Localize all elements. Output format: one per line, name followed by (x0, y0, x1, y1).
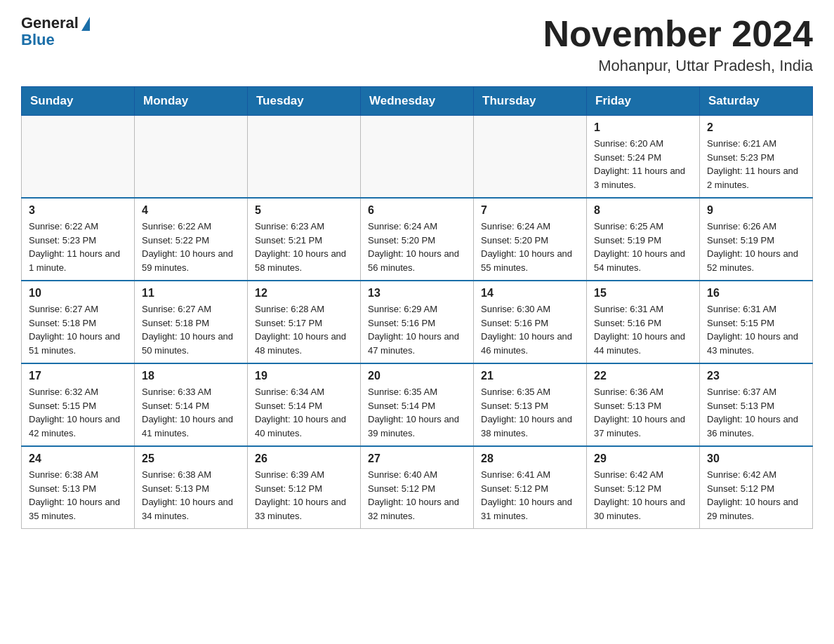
day-info-18: Sunrise: 6:33 AMSunset: 5:14 PMDaylight:… (142, 385, 240, 440)
calendar-cell-w5-d4: 27Sunrise: 6:40 AMSunset: 5:12 PMDayligh… (361, 446, 474, 529)
day-number-28: 28 (481, 452, 579, 465)
day-number-27: 27 (368, 452, 466, 465)
calendar-cell-w4-d4: 20Sunrise: 6:35 AMSunset: 5:14 PMDayligh… (361, 363, 474, 446)
calendar-cell-w2-d7: 9Sunrise: 6:26 AMSunset: 5:19 PMDaylight… (700, 198, 813, 281)
day-number-3: 3 (29, 204, 127, 217)
calendar-cell-w1-d2 (135, 116, 248, 199)
calendar-cell-w1-d4 (361, 116, 474, 199)
calendar-cell-w3-d5: 14Sunrise: 6:30 AMSunset: 5:16 PMDayligh… (474, 281, 587, 363)
day-info-7: Sunrise: 6:24 AMSunset: 5:20 PMDaylight:… (481, 220, 579, 274)
day-number-15: 15 (594, 287, 692, 300)
col-monday: Monday (135, 87, 248, 116)
day-info-24: Sunrise: 6:38 AMSunset: 5:13 PMDaylight:… (29, 468, 127, 523)
day-info-9: Sunrise: 6:26 AMSunset: 5:19 PMDaylight:… (707, 220, 805, 274)
day-number-10: 10 (29, 287, 127, 300)
day-number-29: 29 (594, 452, 692, 465)
location-subtitle: Mohanpur, Uttar Pradesh, India (543, 57, 813, 75)
day-number-18: 18 (142, 370, 240, 382)
day-info-5: Sunrise: 6:23 AMSunset: 5:21 PMDaylight:… (255, 220, 353, 274)
day-info-2: Sunrise: 6:21 AMSunset: 5:23 PMDaylight:… (707, 137, 805, 192)
logo-blue-text: Blue (21, 32, 55, 48)
calendar-week-2: 3Sunrise: 6:22 AMSunset: 5:23 PMDaylight… (22, 198, 813, 281)
day-info-4: Sunrise: 6:22 AMSunset: 5:22 PMDaylight:… (142, 220, 240, 274)
calendar-cell-w3-d3: 12Sunrise: 6:28 AMSunset: 5:17 PMDayligh… (248, 281, 361, 363)
col-saturday: Saturday (700, 87, 813, 116)
calendar-cell-w3-d4: 13Sunrise: 6:29 AMSunset: 5:16 PMDayligh… (361, 281, 474, 363)
day-number-23: 23 (707, 370, 805, 382)
day-number-22: 22 (594, 370, 692, 382)
day-info-1: Sunrise: 6:20 AMSunset: 5:24 PMDaylight:… (594, 137, 692, 192)
calendar-cell-w1-d1 (22, 116, 135, 199)
calendar-cell-w5-d2: 25Sunrise: 6:38 AMSunset: 5:13 PMDayligh… (135, 446, 248, 529)
calendar-cell-w2-d1: 3Sunrise: 6:22 AMSunset: 5:23 PMDaylight… (22, 198, 135, 281)
day-info-22: Sunrise: 6:36 AMSunset: 5:13 PMDaylight:… (594, 385, 692, 440)
day-info-11: Sunrise: 6:27 AMSunset: 5:18 PMDaylight:… (142, 302, 240, 357)
day-info-30: Sunrise: 6:42 AMSunset: 5:12 PMDaylight:… (707, 468, 805, 523)
day-number-1: 1 (594, 121, 692, 134)
calendar-cell-w2-d3: 5Sunrise: 6:23 AMSunset: 5:21 PMDaylight… (248, 198, 361, 281)
day-info-10: Sunrise: 6:27 AMSunset: 5:18 PMDaylight:… (29, 302, 127, 357)
day-number-30: 30 (707, 452, 805, 465)
day-number-11: 11 (142, 287, 240, 300)
col-sunday: Sunday (22, 87, 135, 116)
calendar-cell-w3-d1: 10Sunrise: 6:27 AMSunset: 5:18 PMDayligh… (22, 281, 135, 363)
day-number-6: 6 (368, 204, 466, 217)
col-tuesday: Tuesday (248, 87, 361, 116)
day-info-6: Sunrise: 6:24 AMSunset: 5:20 PMDaylight:… (368, 220, 466, 274)
calendar-week-3: 10Sunrise: 6:27 AMSunset: 5:18 PMDayligh… (22, 281, 813, 363)
day-number-2: 2 (707, 121, 805, 134)
calendar-cell-w3-d6: 15Sunrise: 6:31 AMSunset: 5:16 PMDayligh… (587, 281, 700, 363)
calendar-cell-w5-d1: 24Sunrise: 6:38 AMSunset: 5:13 PMDayligh… (22, 446, 135, 529)
day-info-12: Sunrise: 6:28 AMSunset: 5:17 PMDaylight:… (255, 302, 353, 357)
calendar-cell-w3-d2: 11Sunrise: 6:27 AMSunset: 5:18 PMDayligh… (135, 281, 248, 363)
calendar-header-row: Sunday Monday Tuesday Wednesday Thursday… (22, 87, 813, 116)
calendar-cell-w2-d6: 8Sunrise: 6:25 AMSunset: 5:19 PMDaylight… (587, 198, 700, 281)
calendar-cell-w1-d7: 2Sunrise: 6:21 AMSunset: 5:23 PMDaylight… (700, 116, 813, 199)
calendar-cell-w2-d2: 4Sunrise: 6:22 AMSunset: 5:22 PMDaylight… (135, 198, 248, 281)
calendar-week-5: 24Sunrise: 6:38 AMSunset: 5:13 PMDayligh… (22, 446, 813, 529)
col-friday: Friday (587, 87, 700, 116)
calendar-cell-w5-d5: 28Sunrise: 6:41 AMSunset: 5:12 PMDayligh… (474, 446, 587, 529)
calendar-cell-w5-d7: 30Sunrise: 6:42 AMSunset: 5:12 PMDayligh… (700, 446, 813, 529)
day-info-26: Sunrise: 6:39 AMSunset: 5:12 PMDaylight:… (255, 468, 353, 523)
day-info-17: Sunrise: 6:32 AMSunset: 5:15 PMDaylight:… (29, 385, 127, 440)
day-number-24: 24 (29, 452, 127, 465)
title-block: November 2024 Mohanpur, Uttar Pradesh, I… (543, 14, 813, 75)
day-number-19: 19 (255, 370, 353, 382)
day-info-21: Sunrise: 6:35 AMSunset: 5:13 PMDaylight:… (481, 385, 579, 440)
day-number-12: 12 (255, 287, 353, 300)
calendar-week-4: 17Sunrise: 6:32 AMSunset: 5:15 PMDayligh… (22, 363, 813, 446)
day-number-7: 7 (481, 204, 579, 217)
day-info-15: Sunrise: 6:31 AMSunset: 5:16 PMDaylight:… (594, 302, 692, 357)
col-thursday: Thursday (474, 87, 587, 116)
day-number-26: 26 (255, 452, 353, 465)
day-info-28: Sunrise: 6:41 AMSunset: 5:12 PMDaylight:… (481, 468, 579, 523)
day-number-17: 17 (29, 370, 127, 382)
calendar-cell-w4-d1: 17Sunrise: 6:32 AMSunset: 5:15 PMDayligh… (22, 363, 135, 446)
logo-triangle-icon (81, 17, 90, 31)
calendar-cell-w1-d5 (474, 116, 587, 199)
day-number-14: 14 (481, 287, 579, 300)
calendar-cell-w4-d2: 18Sunrise: 6:33 AMSunset: 5:14 PMDayligh… (135, 363, 248, 446)
day-number-9: 9 (707, 204, 805, 217)
calendar-cell-w1-d6: 1Sunrise: 6:20 AMSunset: 5:24 PMDaylight… (587, 116, 700, 199)
day-info-27: Sunrise: 6:40 AMSunset: 5:12 PMDaylight:… (368, 468, 466, 523)
day-number-16: 16 (707, 287, 805, 300)
logo-general-text: General (21, 14, 79, 32)
day-info-13: Sunrise: 6:29 AMSunset: 5:16 PMDaylight:… (368, 302, 466, 357)
day-info-25: Sunrise: 6:38 AMSunset: 5:13 PMDaylight:… (142, 468, 240, 523)
day-number-21: 21 (481, 370, 579, 382)
calendar-cell-w2-d5: 7Sunrise: 6:24 AMSunset: 5:20 PMDaylight… (474, 198, 587, 281)
day-number-25: 25 (142, 452, 240, 465)
calendar-week-1: 1Sunrise: 6:20 AMSunset: 5:24 PMDaylight… (22, 116, 813, 199)
day-number-5: 5 (255, 204, 353, 217)
month-year-title: November 2024 (543, 14, 813, 54)
day-number-4: 4 (142, 204, 240, 217)
calendar-cell-w5-d3: 26Sunrise: 6:39 AMSunset: 5:12 PMDayligh… (248, 446, 361, 529)
day-info-16: Sunrise: 6:31 AMSunset: 5:15 PMDaylight:… (707, 302, 805, 357)
calendar-cell-w4-d3: 19Sunrise: 6:34 AMSunset: 5:14 PMDayligh… (248, 363, 361, 446)
calendar-table: Sunday Monday Tuesday Wednesday Thursday… (21, 86, 813, 529)
calendar-cell-w4-d5: 21Sunrise: 6:35 AMSunset: 5:13 PMDayligh… (474, 363, 587, 446)
day-number-8: 8 (594, 204, 692, 217)
day-info-19: Sunrise: 6:34 AMSunset: 5:14 PMDaylight:… (255, 385, 353, 440)
